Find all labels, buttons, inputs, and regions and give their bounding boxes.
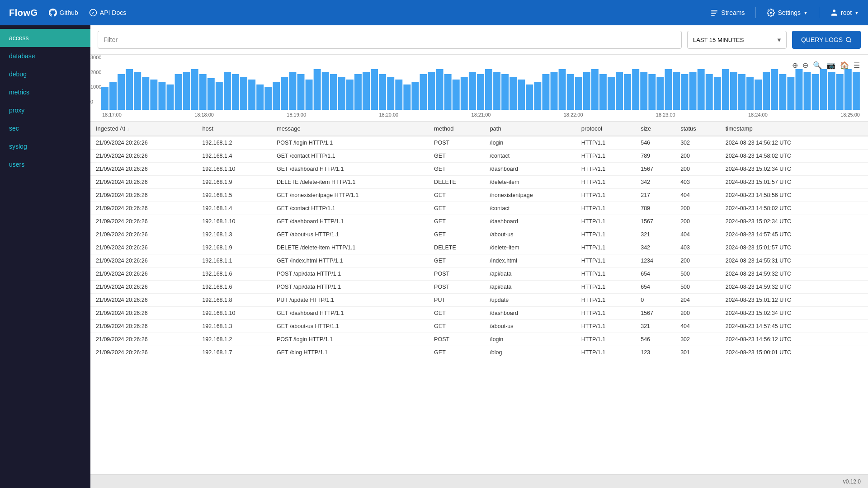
home-button[interactable]: 🏠 <box>839 60 850 70</box>
col-timestamp[interactable]: timestamp <box>720 122 850 136</box>
svg-rect-86 <box>746 77 754 110</box>
svg-rect-96 <box>828 72 835 110</box>
svg-rect-58 <box>518 80 525 110</box>
table-row[interactable]: 21/09/2024 20:26:26192.168.1.10GET /dash… <box>90 163 868 176</box>
svg-rect-24 <box>240 77 247 110</box>
chart-area: ⊕ ⊖ 🔍 📷 🏠 ☰ 3000 2000 1000 0 18:17:00 <box>90 55 868 122</box>
svg-rect-57 <box>509 77 517 110</box>
footer: v0.12.0 <box>90 474 868 488</box>
table-row[interactable]: 21/09/2024 20:26:26192.168.1.2POST /logi… <box>90 136 868 150</box>
log-table-wrapper: Ingested At ↓ host message method path p… <box>90 122 868 474</box>
svg-rect-44 <box>403 84 410 110</box>
time-select-wrapper: LAST 15 MINUTES LAST 1 HOUR LAST 24 HOUR… <box>687 31 787 49</box>
table-body: 21/09/2024 20:26:26192.168.1.2POST /logi… <box>90 136 868 359</box>
svg-rect-77 <box>673 72 680 110</box>
zoom-button[interactable]: 🔍 <box>812 60 823 70</box>
table-row[interactable]: 21/09/2024 20:26:26192.168.1.4GET /conta… <box>90 202 868 215</box>
x-label-1819: 18:19:00 <box>287 112 306 117</box>
zoom-out-button[interactable]: ⊖ <box>802 60 809 70</box>
nav-divider2 <box>819 7 819 18</box>
sidebar-item-syslog[interactable]: syslog <box>0 137 90 155</box>
svg-rect-87 <box>755 80 762 110</box>
svg-rect-74 <box>648 74 656 110</box>
svg-rect-78 <box>681 74 689 110</box>
svg-rect-42 <box>387 77 394 110</box>
svg-rect-94 <box>812 74 819 110</box>
col-status[interactable]: status <box>675 122 720 136</box>
table-row[interactable]: 21/09/2024 20:26:26192.168.1.5GET /nonex… <box>90 189 868 202</box>
table-row[interactable]: 21/09/2024 20:26:26192.168.1.6POST /api/… <box>90 281 868 294</box>
svg-rect-46 <box>420 74 427 110</box>
table-row[interactable]: 21/09/2024 20:26:26192.168.1.9DELETE /de… <box>90 241 868 254</box>
sidebar-item-metrics[interactable]: metrics <box>0 83 90 101</box>
query-logs-button[interactable]: QUERY LOGS <box>792 31 861 49</box>
table-row[interactable]: 21/09/2024 20:26:26192.168.1.3GET /about… <box>90 320 868 333</box>
github-link[interactable]: Github <box>49 9 78 17</box>
svg-rect-37 <box>346 80 354 110</box>
x-label-1825: 18:25:00 <box>840 112 860 117</box>
svg-rect-1 <box>712 10 718 11</box>
log-table: Ingested At ↓ host message method path p… <box>90 122 868 359</box>
table-row[interactable]: 21/09/2024 20:26:26192.168.1.9DELETE /de… <box>90 176 868 189</box>
table-row[interactable]: 21/09/2024 20:26:26192.168.1.10GET /dash… <box>90 307 868 320</box>
svg-rect-66 <box>583 72 590 110</box>
filter-input[interactable] <box>98 31 682 49</box>
sidebar-item-sec[interactable]: sec <box>0 119 90 137</box>
svg-rect-60 <box>534 82 541 110</box>
user-button[interactable]: root ▼ <box>830 9 859 17</box>
svg-rect-18 <box>191 69 198 110</box>
settings-button[interactable]: Settings ▼ <box>767 9 808 17</box>
table-row[interactable]: 21/09/2024 20:26:26192.168.1.1GET /index… <box>90 254 868 267</box>
svg-rect-12 <box>142 77 149 110</box>
camera-button[interactable]: 📷 <box>826 60 836 70</box>
toolbar: LAST 15 MINUTES LAST 1 HOUR LAST 24 HOUR… <box>90 25 868 55</box>
chart-x-labels: 18:17:00 18:18:00 18:19:00 18:20:00 18:2… <box>101 112 861 117</box>
svg-rect-22 <box>224 72 231 110</box>
svg-rect-75 <box>656 77 664 110</box>
sidebar-item-database[interactable]: database <box>0 47 90 65</box>
table-row[interactable]: 21/09/2024 20:26:26192.168.1.2POST /logi… <box>90 333 868 346</box>
x-label-1820: 18:20:00 <box>379 112 398 117</box>
sidebar-item-debug[interactable]: debug <box>0 65 90 83</box>
table-row[interactable]: 21/09/2024 20:26:26192.168.1.7GET /blog … <box>90 346 868 359</box>
table-row[interactable]: 21/09/2024 20:26:26192.168.1.8PUT /updat… <box>90 294 868 307</box>
svg-rect-11 <box>134 72 141 110</box>
search-icon <box>845 37 852 43</box>
streams-button[interactable]: Streams <box>710 9 745 17</box>
col-size[interactable]: size <box>635 122 675 136</box>
api-docs-label: API Docs <box>100 9 126 16</box>
table-row[interactable]: 21/09/2024 20:26:26192.168.1.4GET /conta… <box>90 150 868 163</box>
col-protocol[interactable]: protocol <box>576 122 636 136</box>
main-layout: access database debug metrics proxy sec … <box>0 25 868 488</box>
svg-rect-3 <box>712 14 717 14</box>
table-row[interactable]: 21/09/2024 20:26:26192.168.1.10GET /dash… <box>90 215 868 228</box>
col-host[interactable]: host <box>197 122 271 136</box>
svg-rect-27 <box>264 87 272 110</box>
svg-rect-13 <box>150 80 157 110</box>
api-docs-link[interactable]: API Docs <box>89 9 126 17</box>
app-brand: FlowG <box>9 8 38 18</box>
zoom-in-button[interactable]: ⊕ <box>791 60 799 70</box>
svg-rect-68 <box>599 74 607 110</box>
col-path[interactable]: path <box>484 122 576 136</box>
svg-rect-39 <box>363 72 370 110</box>
time-range-select[interactable]: LAST 15 MINUTES LAST 1 HOUR LAST 24 HOUR… <box>687 31 787 49</box>
svg-rect-56 <box>501 74 509 110</box>
col-message[interactable]: message <box>271 122 429 136</box>
col-method[interactable]: method <box>429 122 484 136</box>
svg-rect-55 <box>493 72 500 110</box>
menu-button[interactable]: ☰ <box>853 60 861 70</box>
svg-rect-70 <box>616 72 623 110</box>
svg-rect-95 <box>820 69 827 110</box>
sidebar-item-access[interactable]: access <box>0 29 90 47</box>
sidebar-item-proxy[interactable]: proxy <box>0 101 90 119</box>
svg-rect-85 <box>738 74 745 110</box>
sidebar-item-users[interactable]: users <box>0 155 90 174</box>
table-row[interactable]: 21/09/2024 20:26:26192.168.1.3GET /about… <box>90 228 868 241</box>
table-row[interactable]: 21/09/2024 20:26:26192.168.1.6POST /api/… <box>90 267 868 281</box>
svg-rect-2 <box>712 12 718 13</box>
streams-icon <box>710 9 718 17</box>
col-ingested-at[interactable]: Ingested At ↓ <box>90 122 197 136</box>
nav-divider1 <box>755 7 756 18</box>
svg-rect-30 <box>289 72 296 110</box>
